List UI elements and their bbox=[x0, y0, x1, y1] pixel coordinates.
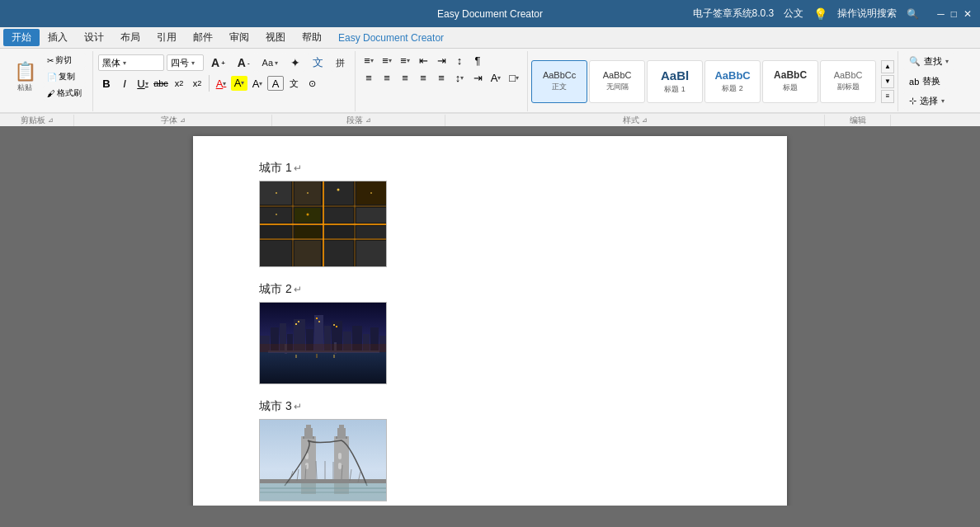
clipboard-label[interactable]: 剪贴板 ⊿ bbox=[0, 115, 74, 126]
style-heading1[interactable]: AaBl 标题 1 bbox=[647, 60, 703, 103]
public-doc-menu[interactable]: 公文 bbox=[784, 7, 803, 21]
styles-scroll-down[interactable]: ▼ bbox=[881, 75, 894, 88]
numbering-button[interactable]: ≡▾ bbox=[379, 53, 395, 68]
city2-svg bbox=[260, 303, 387, 384]
document-area[interactable]: 城市 1↵ bbox=[0, 126, 980, 506]
align-left-button[interactable]: ≡ bbox=[360, 70, 377, 85]
lightbulb-icon: 💡 bbox=[813, 7, 827, 21]
select-button[interactable]: ⊹ 选择 ▾ bbox=[903, 92, 950, 110]
multilevel-list-button[interactable]: ≡▾ bbox=[397, 53, 413, 68]
replace-button[interactable]: ab 替换 bbox=[903, 73, 946, 90]
clipboard-group: 📋 粘贴 ✂ 剪切 📄 复制 🖌 格式刷 bbox=[3, 51, 93, 111]
menu-layout[interactable]: 布局 bbox=[112, 29, 148, 46]
decrease-indent-button[interactable]: ⇤ bbox=[415, 53, 431, 68]
menu-insert[interactable]: 插入 bbox=[40, 29, 76, 46]
indent-para-button[interactable]: ⇥ bbox=[469, 70, 486, 85]
editing-label[interactable]: 编辑 bbox=[825, 115, 891, 126]
minimize-btn[interactable]: ─ bbox=[937, 8, 945, 20]
copy-button[interactable]: 📄 复制 bbox=[43, 69, 86, 84]
font-size-combo[interactable]: 四号 ▾ bbox=[167, 54, 204, 71]
menu-start[interactable]: 开始 bbox=[3, 29, 40, 46]
justify-button[interactable]: ≡ bbox=[415, 70, 431, 85]
style-normal[interactable]: AaBbCc 正文 bbox=[531, 60, 587, 103]
ribbon-area: 📋 粘贴 ✂ 剪切 📄 复制 🖌 格式刷 bbox=[0, 49, 980, 126]
city-2-image bbox=[259, 302, 387, 384]
show-formatting-button[interactable]: ¶ bbox=[469, 53, 486, 68]
document-page[interactable]: 城市 1↵ bbox=[193, 136, 787, 506]
menu-mail[interactable]: 邮件 bbox=[185, 29, 221, 46]
city-3-image bbox=[259, 419, 387, 501]
text-highlight-button[interactable]: 文 bbox=[308, 53, 328, 73]
font-label[interactable]: 字体 ⊿ bbox=[74, 115, 272, 126]
line-spacing-button[interactable]: ↕▾ bbox=[451, 70, 468, 85]
change-case-button[interactable]: Aa▾ bbox=[257, 54, 283, 72]
menu-reference[interactable]: 引用 bbox=[148, 29, 185, 46]
title-bar: Easy Document Creator 电子签章系统8.0.3 公文 💡 操… bbox=[0, 0, 980, 27]
styles-expand[interactable]: ≡ bbox=[881, 90, 894, 103]
svg-rect-21 bbox=[324, 241, 353, 267]
menu-design[interactable]: 设计 bbox=[76, 29, 112, 46]
borders-button[interactable]: □▾ bbox=[506, 70, 522, 85]
search-icon[interactable]: 🔍 bbox=[907, 8, 919, 20]
svg-rect-9 bbox=[324, 181, 353, 205]
subscript-button[interactable]: x2 bbox=[171, 76, 187, 91]
style-heading2[interactable]: AaBbC 标题 2 bbox=[704, 60, 761, 103]
styles-label[interactable]: 样式 ⊿ bbox=[445, 115, 825, 126]
font-name-combo[interactable]: 黑体 ▾ bbox=[98, 54, 164, 71]
svg-rect-71 bbox=[260, 479, 387, 483]
svg-point-26 bbox=[370, 192, 372, 194]
superscript-button[interactable]: x2 bbox=[189, 76, 205, 91]
distributed-button[interactable]: ≡ bbox=[433, 70, 450, 85]
city-1-section: 城市 1↵ bbox=[259, 161, 737, 267]
shading-button[interactable]: A▾ bbox=[488, 70, 504, 85]
styles-group: AaBbCc 正文 AaBbC 无间隔 AaBl 标题 1 AaBbC 标题 2 bbox=[528, 51, 898, 111]
style-subtitle[interactable]: AaBbC 副标题 bbox=[820, 60, 876, 103]
city-1-image bbox=[259, 181, 387, 267]
find-button[interactable]: 🔍 查找 ▾ bbox=[903, 53, 954, 70]
strikethrough-button[interactable]: abc bbox=[153, 76, 169, 91]
underline-button[interactable]: U▾ bbox=[134, 76, 151, 91]
text-cursor bbox=[260, 501, 261, 501]
svg-rect-19 bbox=[260, 241, 291, 267]
menu-view[interactable]: 视图 bbox=[257, 29, 294, 46]
highlight-color-button[interactable]: A▾ bbox=[231, 76, 247, 91]
styles-list: AaBbCc 正文 AaBbC 无间隔 AaBl 标题 1 AaBbC 标题 2 bbox=[531, 60, 876, 103]
enclosed-char-button[interactable]: ⊙ bbox=[304, 76, 320, 91]
format-painter-button[interactable]: 🖌 格式刷 bbox=[43, 86, 86, 101]
char-border-button[interactable]: A bbox=[267, 76, 284, 91]
ribbon-group-labels: 剪贴板 ⊿ 字体 ⊿ 段落 ⊿ 样式 ⊿ 编辑 bbox=[0, 113, 980, 126]
align-right-button[interactable]: ≡ bbox=[397, 70, 413, 85]
search-hint[interactable]: 操作说明搜索 bbox=[837, 7, 897, 21]
paragraph-label[interactable]: 段落 ⊿ bbox=[272, 115, 445, 126]
close-btn[interactable]: ✕ bbox=[964, 8, 972, 20]
city1-svg bbox=[260, 181, 387, 267]
styles-scroll-up[interactable]: ▲ bbox=[881, 60, 894, 73]
maximize-btn[interactable]: □ bbox=[951, 8, 957, 20]
bold-button[interactable]: B bbox=[98, 76, 115, 91]
svg-rect-69 bbox=[338, 453, 342, 459]
font-grow-button[interactable]: A+ bbox=[206, 54, 230, 72]
paste-button[interactable]: 📋 粘贴 bbox=[10, 58, 40, 96]
increase-indent-button[interactable]: ⇥ bbox=[433, 53, 450, 68]
svg-rect-13 bbox=[324, 208, 353, 223]
menu-edc[interactable]: Easy Document Creator bbox=[330, 31, 452, 45]
svg-rect-17 bbox=[324, 226, 353, 238]
cut-button[interactable]: ✂ 剪切 bbox=[43, 53, 86, 68]
align-center-button[interactable]: ≡ bbox=[379, 70, 395, 85]
italic-button[interactable]: I bbox=[116, 76, 133, 91]
electronic-seal-menu[interactable]: 电子签章系统8.0.3 bbox=[693, 7, 775, 21]
city-3-heading: 城市 3↵ bbox=[259, 399, 737, 414]
sort-button[interactable]: ↕ bbox=[451, 53, 468, 68]
phonetic-guide-button[interactable]: 文 bbox=[285, 76, 302, 91]
style-no-spacing[interactable]: AaBbC 无间隔 bbox=[589, 60, 645, 103]
pinyin-button[interactable]: 拼 bbox=[331, 54, 350, 72]
style-heading[interactable]: AaBbC 标题 bbox=[762, 60, 818, 103]
font-shrink-button[interactable]: A- bbox=[233, 54, 255, 72]
menu-help[interactable]: 帮助 bbox=[294, 29, 330, 46]
menu-review[interactable]: 审阅 bbox=[221, 29, 257, 46]
clear-format-button[interactable]: ✦ bbox=[285, 54, 305, 72]
svg-rect-15 bbox=[260, 226, 291, 238]
char-shading-button[interactable]: A▾ bbox=[249, 76, 266, 91]
font-color-button[interactable]: A▾ bbox=[213, 76, 229, 91]
bullets-button[interactable]: ≡▾ bbox=[360, 53, 377, 68]
